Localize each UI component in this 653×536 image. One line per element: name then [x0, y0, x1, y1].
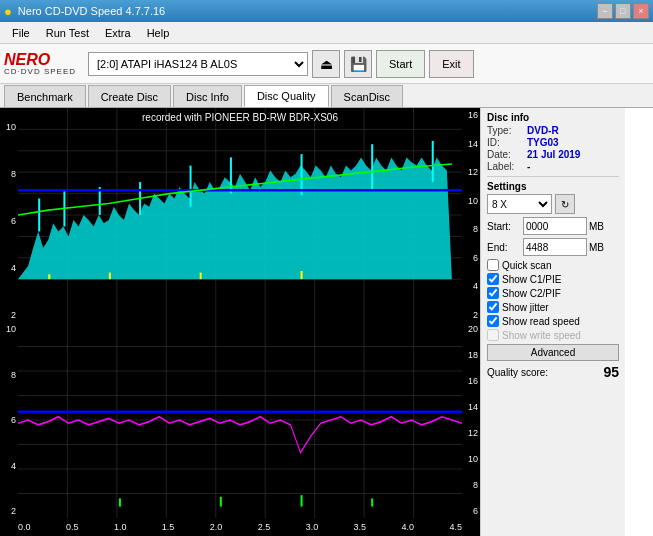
show-c1-checkbox[interactable]	[487, 273, 499, 285]
app-title: Nero CD-DVD Speed 4.7.7.16	[18, 5, 165, 17]
refresh-button[interactable]: ↻	[555, 194, 575, 214]
tab-disc-info[interactable]: Disc Info	[173, 85, 242, 107]
title-bar: ● Nero CD-DVD Speed 4.7.7.16 − □ ×	[0, 0, 653, 22]
svg-rect-24	[371, 144, 373, 190]
svg-rect-25	[432, 141, 434, 182]
logo-nero: NERO	[4, 52, 50, 68]
drive-select[interactable]: [2:0] ATAPI iHAS124 B AL0S	[88, 52, 308, 76]
disc-date-label: Date:	[487, 149, 527, 160]
disc-label-value: -	[527, 161, 530, 172]
window-controls[interactable]: − □ ×	[597, 3, 649, 19]
quality-score-value: 95	[603, 364, 619, 380]
speed-row: 8 X Max 4 X ↻	[487, 194, 619, 214]
x-label-40: 4.0	[402, 522, 415, 532]
tab-scan-disc[interactable]: ScanDisc	[331, 85, 403, 107]
svg-rect-17	[38, 199, 40, 232]
quality-score-label: Quality score:	[487, 367, 548, 378]
start-input[interactable]	[523, 217, 587, 235]
lower-chart-svg	[18, 322, 462, 518]
show-jitter-label: Show jitter	[502, 302, 549, 313]
x-label-35: 3.5	[354, 522, 367, 532]
disc-info-date-row: Date: 21 Jul 2019	[487, 149, 619, 160]
svg-rect-28	[200, 273, 202, 280]
disc-info-title: Disc info	[487, 112, 619, 123]
x-label-20: 2.0	[210, 522, 223, 532]
show-read-speed-label: Show read speed	[502, 316, 580, 327]
svg-rect-29	[301, 271, 303, 279]
menu-extra[interactable]: Extra	[97, 25, 139, 41]
show-write-speed-label: Show write speed	[502, 330, 581, 341]
show-c2-row: Show C2/PIF	[487, 287, 619, 299]
show-jitter-checkbox[interactable]	[487, 301, 499, 313]
svg-rect-48	[371, 498, 373, 506]
show-read-speed-checkbox[interactable]	[487, 315, 499, 327]
disc-info-id-row: ID: TYG03	[487, 137, 619, 148]
maximize-button[interactable]: □	[615, 3, 631, 19]
y-left-upper-2: 2	[0, 310, 18, 320]
svg-rect-26	[48, 274, 50, 279]
svg-marker-16	[18, 157, 462, 279]
speed-select[interactable]: 8 X Max 4 X	[487, 194, 552, 214]
end-row: End: MB	[487, 238, 619, 256]
show-write-speed-row: Show write speed	[487, 329, 619, 341]
quality-score-row: Quality score: 95	[487, 364, 619, 380]
info-panel: Disc info Type: DVD-R ID: TYG03 Date: 21…	[480, 108, 625, 536]
disc-id-value: TYG03	[527, 137, 559, 148]
x-label-45: 4.5	[449, 522, 462, 532]
menu-bar: File Run Test Extra Help	[0, 22, 653, 44]
eject-button[interactable]: ⏏	[312, 50, 340, 78]
logo-sub: CD·DVD SPEED	[4, 68, 76, 76]
disc-date-value: 21 Jul 2019	[527, 149, 580, 160]
x-label-05: 0.5	[66, 522, 79, 532]
x-label-25: 2.5	[258, 522, 271, 532]
start-label: Start:	[487, 221, 523, 232]
logo: NERO CD·DVD SPEED	[4, 52, 76, 76]
x-axis: 0.0 0.5 1.0 1.5 2.0 2.5 3.0 3.5 4.0 4.5	[18, 518, 462, 536]
save-button[interactable]: 💾	[344, 50, 372, 78]
minimize-button[interactable]: −	[597, 3, 613, 19]
menu-file[interactable]: File	[4, 25, 38, 41]
end-unit: MB	[589, 242, 604, 253]
x-label-10: 1.0	[114, 522, 127, 532]
start-row: Start: MB	[487, 217, 619, 235]
show-jitter-row: Show jitter	[487, 301, 619, 313]
show-read-speed-row: Show read speed	[487, 315, 619, 327]
quick-scan-checkbox[interactable]	[487, 259, 499, 271]
main-content: recorded with PIONEER BD-RW BDR-XS06 10 …	[0, 108, 653, 536]
advanced-button[interactable]: Advanced	[487, 344, 619, 361]
show-c2-checkbox[interactable]	[487, 287, 499, 299]
quick-scan-row: Quick scan	[487, 259, 619, 271]
y-left-upper-4: 4	[0, 263, 18, 273]
menu-run-test[interactable]: Run Test	[38, 25, 97, 41]
y-left-upper-10: 10	[0, 122, 18, 132]
start-button[interactable]: Start	[376, 50, 425, 78]
tab-bar: Benchmark Create Disc Disc Info Disc Qua…	[0, 84, 653, 108]
end-label: End:	[487, 242, 523, 253]
disc-info-label-row: Label: -	[487, 161, 619, 172]
show-c2-label: Show C2/PIF	[502, 288, 561, 299]
svg-rect-22	[230, 157, 232, 193]
exit-button[interactable]: Exit	[429, 50, 473, 78]
x-label-15: 1.5	[162, 522, 175, 532]
tab-create-disc[interactable]: Create Disc	[88, 85, 171, 107]
chart-header: recorded with PIONEER BD-RW BDR-XS06	[142, 112, 338, 123]
disc-type-value: DVD-R	[527, 125, 559, 136]
close-button[interactable]: ×	[633, 3, 649, 19]
y-left-upper-6: 6	[0, 216, 18, 226]
show-c1-label: Show C1/PIE	[502, 274, 561, 285]
settings-title: Settings	[487, 181, 619, 192]
svg-rect-27	[109, 273, 111, 280]
quick-scan-label: Quick scan	[502, 260, 551, 271]
svg-rect-45	[119, 498, 121, 506]
show-c1-row: Show C1/PIE	[487, 273, 619, 285]
show-write-speed-checkbox[interactable]	[487, 329, 499, 341]
tab-disc-quality[interactable]: Disc Quality	[244, 85, 329, 107]
upper-chart-svg	[18, 108, 462, 322]
lower-chart: 10 8 6 4 2 20 18 16 14 12 10 8 6	[0, 322, 480, 518]
menu-help[interactable]: Help	[139, 25, 178, 41]
tab-benchmark[interactable]: Benchmark	[4, 85, 86, 107]
start-unit: MB	[589, 221, 604, 232]
end-input[interactable]	[523, 238, 587, 256]
svg-rect-46	[220, 497, 222, 507]
disc-info-type-row: Type: DVD-R	[487, 125, 619, 136]
